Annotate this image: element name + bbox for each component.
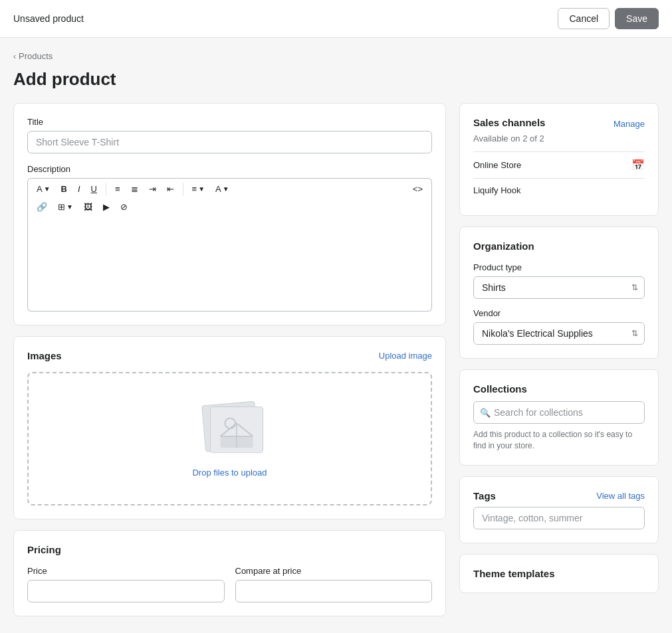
price-label: Price (27, 566, 225, 576)
product-type-select[interactable]: Shirts (473, 276, 645, 299)
description-label: Description (27, 164, 432, 174)
view-all-tags-link[interactable]: View all tags (596, 491, 645, 501)
images-card: Images Upload image (13, 336, 446, 519)
outdent-button[interactable]: ⇤ (162, 181, 179, 197)
collections-search: 🔍 (473, 401, 645, 424)
sales-channels-card: Sales channels Manage Available on 2 of … (459, 103, 659, 216)
sales-channels-title: Sales channels (473, 117, 545, 128)
unordered-list-button[interactable]: ≡ (110, 181, 125, 197)
side-column: Sales channels Manage Available on 2 of … (459, 103, 659, 604)
breadcrumb-label: Products (19, 51, 53, 61)
compare-price-field: Compare at price (235, 566, 433, 602)
compare-price-input[interactable] (235, 580, 433, 602)
description-editor[interactable] (27, 219, 432, 312)
collections-title: Collections (473, 383, 645, 395)
italic-button[interactable]: I (73, 181, 85, 197)
search-icon: 🔍 (480, 408, 491, 418)
vendor-select[interactable]: Nikola's Electrical Supplies (473, 322, 645, 345)
channel-item-online-store: Online Store 📅 (473, 151, 645, 178)
editor-toolbar: A ▼ B I U ≡ (27, 178, 432, 219)
drop-files-text: Drop files to upload (192, 468, 267, 478)
pricing-card: Pricing Price Compare at price (13, 530, 446, 616)
collections-card: Collections 🔍 Add this product to a coll… (459, 369, 659, 466)
save-button[interactable]: Save (615, 8, 659, 29)
collections-search-section: 🔍 Add this product to a collection so it… (473, 401, 645, 452)
page-container: ‹ Products Add product Title Description… (0, 38, 672, 633)
image-insert-button[interactable]: 🖼 (79, 199, 97, 215)
topbar-title: Unsaved product (13, 13, 84, 24)
vendor-section: Vendor Nikola's Electrical Supplies ⇅ (473, 308, 645, 345)
organization-card: Organization Product type Shirts ⇅ Vendo… (459, 226, 659, 359)
compare-price-label: Compare at price (235, 566, 433, 576)
title-label: Title (27, 117, 432, 127)
code-button[interactable]: <> (408, 181, 427, 197)
image-drop-zone[interactable]: Drop files to upload (27, 372, 432, 505)
tags-title: Tags (473, 490, 496, 501)
sales-channels-header: Sales channels Manage (473, 117, 645, 131)
price-field: Price (27, 566, 225, 602)
product-type-section: Product type Shirts ⇅ (473, 262, 645, 299)
title-description-card: Title Description A ▼ B I (13, 103, 446, 325)
clear-format-button[interactable]: ⊘ (116, 199, 132, 215)
font-button[interactable]: A ▼ (32, 181, 55, 197)
tags-input[interactable] (473, 507, 645, 529)
collections-hint: Add this product to a collection so it's… (473, 429, 645, 452)
breadcrumb[interactable]: ‹ Products (13, 51, 659, 61)
breadcrumb-arrow: ‹ (13, 52, 16, 61)
ordered-list-button[interactable]: ≣ (126, 181, 143, 197)
images-title: Images (27, 350, 62, 361)
channel-name-online-store: Online Store (473, 160, 521, 170)
page-title: Add product (13, 69, 659, 90)
vendor-select-wrap: Nikola's Electrical Supplies ⇅ (473, 322, 645, 345)
manage-link[interactable]: Manage (614, 119, 645, 129)
content-layout: Title Description A ▼ B I (13, 103, 659, 627)
toolbar-divider-1 (106, 183, 106, 196)
theme-templates-title: Theme templates (473, 568, 645, 579)
organization-title: Organization (473, 240, 645, 252)
theme-templates-card: Theme templates (459, 554, 659, 593)
underline-button[interactable]: U (86, 181, 102, 197)
price-input[interactable] (27, 580, 225, 602)
topbar: Unsaved product Cancel Save (0, 0, 672, 38)
align-button[interactable]: ≡ ▼ (187, 181, 210, 197)
cancel-button[interactable]: Cancel (558, 8, 610, 29)
link-button[interactable]: 🔗 (32, 199, 52, 215)
main-column: Title Description A ▼ B I (13, 103, 446, 627)
calendar-icon[interactable]: 📅 (631, 159, 645, 171)
text-color-button[interactable]: A ▼ (211, 181, 234, 197)
product-type-select-wrap: Shirts ⇅ (473, 276, 645, 299)
price-row: Price Compare at price (27, 566, 432, 602)
bold-button[interactable]: B (56, 181, 72, 197)
sales-channels-availability: Available on 2 of 2 (473, 134, 645, 143)
indent-button[interactable]: ⇥ (144, 181, 161, 197)
tags-card: Tags View all tags (459, 476, 659, 543)
topbar-actions: Cancel Save (558, 8, 659, 29)
collections-search-input[interactable] (473, 401, 645, 424)
vendor-label: Vendor (473, 308, 645, 318)
upload-image-link[interactable]: Upload image (379, 351, 432, 361)
images-header: Images Upload image (27, 350, 432, 361)
image-placeholder (190, 400, 270, 460)
image-card-front (210, 407, 263, 453)
channel-name-liquify-hook: Liquify Hook (473, 185, 521, 195)
product-type-label: Product type (473, 262, 645, 272)
toolbar-divider-2 (183, 183, 183, 196)
video-button[interactable]: ▶ (98, 199, 114, 215)
pricing-title: Pricing (27, 544, 432, 555)
channel-item-liquify-hook: Liquify Hook (473, 178, 645, 202)
title-input[interactable] (27, 131, 432, 153)
tags-header: Tags View all tags (473, 490, 645, 501)
table-button[interactable]: ⊞ ▼ (53, 199, 78, 215)
